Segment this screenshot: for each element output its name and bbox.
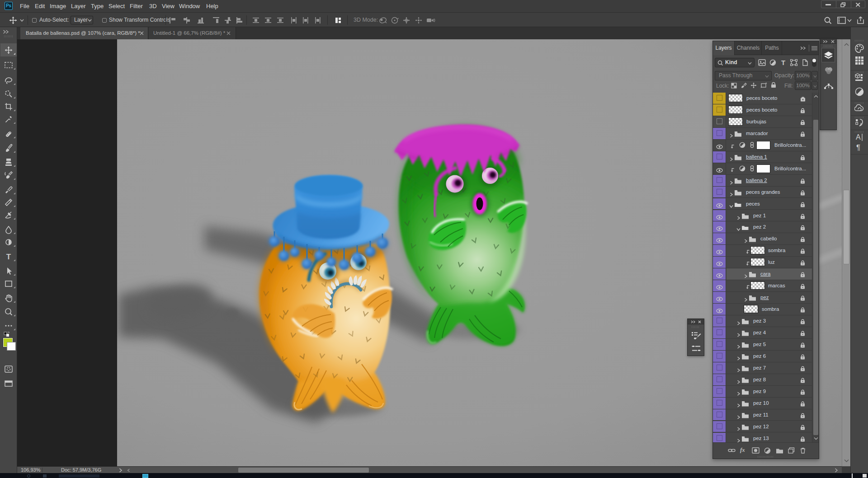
svg-text:A: A bbox=[856, 133, 861, 141]
svg-text:T: T bbox=[6, 253, 11, 261]
svg-text:¶: ¶ bbox=[856, 143, 860, 152]
svg-text:T: T bbox=[781, 59, 785, 66]
